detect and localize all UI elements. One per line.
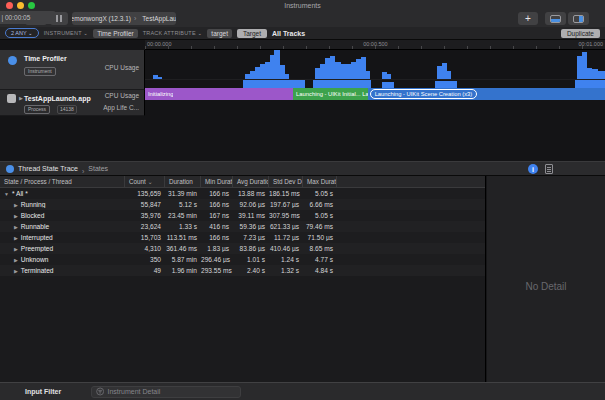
disclosure-closed-icon[interactable]: ▶ <box>14 235 18 241</box>
table-cell: 39.11 ms <box>233 212 269 219</box>
table-row[interactable]: ▶Interrupted15,703113.51 ms166 ns7.23 µs… <box>0 232 485 243</box>
breadcrumb-current[interactable]: States <box>88 165 108 172</box>
toggle-right-panel-button[interactable] <box>568 12 589 25</box>
cpu-usage-bar <box>243 80 305 88</box>
app-name: TestAppLaunch <box>142 15 176 22</box>
lifecycle-span[interactable]: Launching - UIKit Scene Creation (x3) <box>368 88 605 100</box>
disclosure-closed-icon[interactable]: ▶ <box>14 268 18 274</box>
target-device-selector[interactable]: DemonwongX (12.3.1) TestAppLaunch <box>72 12 176 25</box>
track-row-testapplaunch[interactable]: ▶ TestAppLaunch.app Process 14138 CPU Us… <box>0 90 145 116</box>
duplicate-button[interactable]: Duplicate <box>561 29 600 38</box>
thread-state-label: Unknown <box>21 256 49 263</box>
lifecycle-span[interactable]: Initializing <box>145 88 293 100</box>
lifecycle-span[interactable]: Launching - UIKit Initial... La... <box>293 88 368 100</box>
lifecycle-span-label: Launching - UIKit Scene Creation (x3) <box>370 89 478 99</box>
inspector-extended-detail-tab-icon[interactable] <box>545 164 553 174</box>
thread-state-label: Interrupted <box>21 234 53 241</box>
track-attribute-filter-label[interactable]: TRACK ATTRIBUTE <box>143 30 203 36</box>
cpu-usage-bar <box>447 71 451 79</box>
column-header-state[interactable]: State / Process / Thread <box>0 176 125 188</box>
lane-label-cpu-usage: CPU Usage <box>105 64 139 71</box>
disclosure-closed-icon[interactable]: ▶ <box>14 202 18 208</box>
lifecycle-span-label: Launching - UIKit Initial... La... <box>293 91 368 97</box>
thread-table-body: ▼* All *135,65931.39 min166 ns13.88 ms18… <box>0 188 485 276</box>
detail-header: Thread State Trace States i <box>0 161 605 176</box>
table-row[interactable]: ▶Unknown3505.87 min296.46 µs1.01 s1.24 s… <box>0 254 485 265</box>
column-header-max-duration[interactable]: Max Durati... <box>303 176 337 188</box>
track-name: TestAppLaunch.app <box>24 95 91 102</box>
table-row[interactable]: ▼* All *135,65931.39 min166 ns13.88 ms18… <box>0 188 485 199</box>
table-cell: 350 <box>125 256 165 263</box>
table-cell: 2.40 s <box>233 267 269 274</box>
all-tracks-label: All Tracks <box>272 30 305 37</box>
disclosure-closed-icon[interactable]: ▶ <box>14 213 18 219</box>
thread-state-table: State / Process / Thread Count Duration … <box>0 176 486 382</box>
thread-state-trace-icon <box>6 165 14 173</box>
track-row-time-profiler[interactable]: Time Profiler Instrument CPU Usage <box>0 50 145 90</box>
thread-state-label: Preempted <box>21 245 53 252</box>
breadcrumb-root[interactable]: Thread State Trace <box>18 165 78 172</box>
table-row[interactable]: ▶Terminated491.96 min293.55 ms2.40 s1.32… <box>0 265 485 276</box>
target-view-button[interactable]: Target <box>237 29 267 38</box>
disclosure-closed-icon[interactable]: ▶ <box>14 257 18 263</box>
instrument-filter-chip[interactable]: Time Profiler <box>93 29 138 38</box>
table-cell: 186.15 ms <box>269 190 303 197</box>
timeline-ruler[interactable]: 00:00.00000:00.50000:01.000 <box>145 40 605 50</box>
table-cell: 166 ns <box>201 234 233 241</box>
table-row[interactable]: ▶Blocked35,97623.45 min167 ns39.11 ms307… <box>0 210 485 221</box>
disclosure-open-icon[interactable]: ▼ <box>4 191 9 197</box>
table-cell: 416 ns <box>201 223 233 230</box>
table-cell: 307.95 ms <box>269 212 303 219</box>
table-cell: 49 <box>125 267 165 274</box>
lane-label-app-lifecycle: App Life C... <box>103 104 139 111</box>
inspector-info-tab-icon[interactable]: i <box>528 164 538 174</box>
column-header-count[interactable]: Count <box>125 176 165 188</box>
table-cell: 6.66 ms <box>303 201 337 208</box>
table-cell: 293.55 ms <box>201 267 233 274</box>
table-cell: 166 ns <box>201 201 233 208</box>
app-lifecycle-track[interactable]: InitializingLaunching - UIKit Initial...… <box>145 88 605 100</box>
table-cell: 13.88 ms <box>233 190 269 197</box>
column-header-min-duration[interactable]: Min Duration <box>201 176 233 188</box>
disclosure-closed-icon[interactable]: ▶ <box>14 246 18 252</box>
table-row[interactable]: ▶Preempted4,310361.46 ms1.83 µs83.86 µs4… <box>0 243 485 254</box>
process-badge: Process <box>24 105 50 114</box>
table-cell: 361.46 ms <box>165 245 201 252</box>
inspector-panel: No Detail <box>487 176 605 382</box>
column-header-avg-duration[interactable]: Avg Duration <box>233 176 269 188</box>
add-instrument-button[interactable]: + <box>518 12 538 25</box>
cpu-usage-graph-time-profiler[interactable] <box>145 50 605 80</box>
filter-field[interactable] <box>91 386 241 398</box>
table-cell: 410.46 µs <box>269 245 303 252</box>
filter-icon <box>96 387 104 396</box>
track-filter-bar: 2 ANY INSTRUMENT Time Profiler TRACK ATT… <box>0 27 605 40</box>
thread-state-label: Blocked <box>21 212 44 219</box>
table-cell: 1.32 s <box>269 267 303 274</box>
thread-state-label: Running <box>21 201 46 208</box>
device-name: DemonwongX (12.3.1) <box>72 15 131 22</box>
track-attribute-filter-chip[interactable]: target <box>207 29 232 38</box>
inspector-tabs: i <box>528 164 553 174</box>
table-cell: 59.36 µs <box>233 223 269 230</box>
cpu-usage-graph-process[interactable] <box>145 80 605 88</box>
table-row[interactable]: ▶Running55,8475.12 s166 ns92.06 µs197.67… <box>0 199 485 210</box>
cpu-usage-bar <box>575 80 605 88</box>
column-header-duration[interactable]: Duration <box>165 176 201 188</box>
lane-label-cpu-usage: CPU Usage <box>105 92 139 99</box>
no-detail-label: No Detail <box>487 281 605 292</box>
disclosure-closed-icon[interactable]: ▶ <box>14 224 18 230</box>
disclosure-closed-icon[interactable]: ▶ <box>19 95 23 101</box>
table-cell: 135,659 <box>125 190 165 197</box>
cpu-usage-bar <box>366 71 370 79</box>
filter-match-any-chip[interactable]: 2 ANY <box>5 28 39 38</box>
table-row[interactable]: ▶Runnable23,6241.33 s416 ns59.36 µs621.3… <box>0 221 485 232</box>
instrument-filter-label[interactable]: INSTRUMENT <box>44 30 89 36</box>
table-cell: 55,847 <box>125 201 165 208</box>
table-cell: 197.67 µs <box>269 201 303 208</box>
instrument-badge: Instrument <box>24 67 56 76</box>
column-header-std-dev[interactable]: Std Dev Du... <box>269 176 303 188</box>
instrument-detail-filter-input[interactable] <box>107 388 236 395</box>
thread-state-label: * All * <box>12 190 28 197</box>
toggle-bottom-panel-button[interactable] <box>545 12 566 25</box>
table-cell: 23.45 min <box>165 212 201 219</box>
